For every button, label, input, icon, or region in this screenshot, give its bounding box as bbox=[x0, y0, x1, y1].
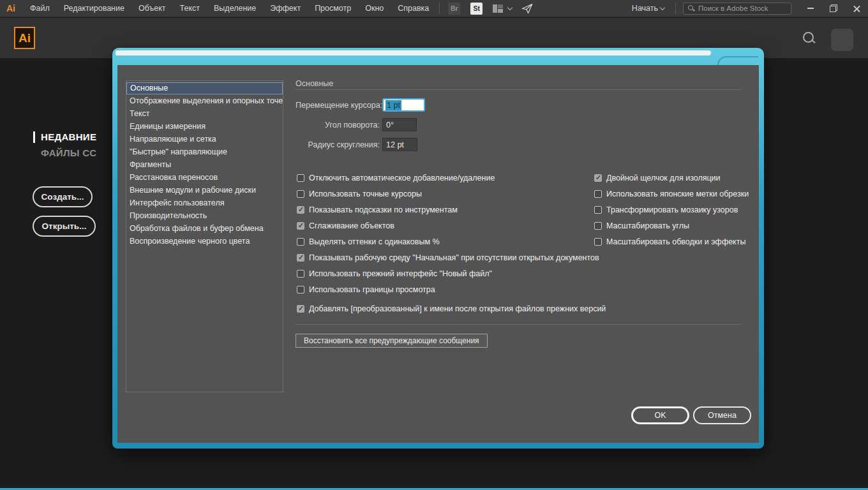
start-dropdown[interactable]: Начать bbox=[627, 4, 672, 13]
category-type[interactable]: Текст bbox=[126, 107, 283, 120]
constrain-angle-label: Угол поворота: bbox=[296, 121, 380, 130]
category-slices[interactable]: Фрагменты bbox=[126, 158, 283, 171]
checkbox-label: Масштабировать углы bbox=[606, 221, 689, 230]
app-logo-text: Ai bbox=[0, 3, 23, 13]
checkbox-label: Масштабировать обводки и эффекты bbox=[606, 237, 745, 246]
field-value: 12 pt bbox=[386, 140, 404, 149]
start-label: Начать bbox=[632, 4, 658, 13]
category-units[interactable]: Единицы измерения bbox=[126, 120, 283, 133]
checkbox[interactable] bbox=[594, 190, 602, 198]
checkbox[interactable] bbox=[594, 206, 602, 214]
checkbox-label: Показывать рабочую среду "Начальная" при… bbox=[309, 253, 599, 262]
active-nav-indicator bbox=[33, 131, 35, 143]
checkbox-label: Добавлять [преобразованный] к имени посл… bbox=[309, 304, 606, 313]
checkbox-label: Сглаживание объектов bbox=[309, 221, 394, 230]
checkbox-label: Использовать прежний интерфейс "Новый фа… bbox=[309, 269, 492, 278]
checkbox[interactable] bbox=[297, 206, 304, 214]
category-general[interactable]: Основные bbox=[126, 82, 283, 94]
preferences-dialog: Основные Отображение выделения и опорных… bbox=[112, 48, 764, 449]
checkbox-row[interactable]: Масштабировать углы bbox=[594, 218, 749, 234]
checkbox-label: Выделять оттенки с одинаковым % bbox=[309, 237, 440, 246]
selected-text: 1 pt bbox=[385, 100, 401, 110]
restore-button[interactable] bbox=[822, 0, 845, 17]
checkbox[interactable] bbox=[297, 222, 304, 230]
search-placeholder: Поиск в Adobe Stock bbox=[698, 4, 768, 12]
nav-item-recent[interactable]: НЕДАВНИЕ bbox=[41, 131, 96, 142]
category-guides-grid[interactable]: Направляющие и сетка bbox=[126, 133, 283, 145]
category-performance[interactable]: Производительность bbox=[126, 209, 283, 222]
checkbox[interactable] bbox=[297, 286, 304, 293]
open-button[interactable]: Открыть... bbox=[33, 216, 96, 237]
menu-view[interactable]: Просмотр bbox=[308, 4, 358, 13]
category-user-interface[interactable]: Интерфейс пользователя bbox=[126, 197, 283, 209]
menu-file[interactable]: Файл bbox=[23, 4, 57, 13]
checkbox-row[interactable]: Показывать подсказки по инструментам bbox=[297, 202, 606, 218]
checkbox-label: Трансформировать мозаику узоров bbox=[606, 205, 738, 214]
menu-select[interactable]: Выделение bbox=[207, 4, 263, 13]
stock-icon[interactable]: St bbox=[470, 3, 483, 15]
menu-edit[interactable]: Редактирование bbox=[57, 4, 131, 13]
checkbox[interactable] bbox=[297, 270, 304, 278]
divider bbox=[296, 89, 741, 90]
adobe-stock-search-input[interactable]: Поиск в Adobe Stock bbox=[683, 3, 791, 15]
search-icon bbox=[687, 4, 695, 12]
checkbox-label: Использовать точные курсоры bbox=[309, 189, 422, 198]
divider bbox=[439, 3, 440, 14]
reset-warnings-button[interactable]: Восстановить все предупреждающие сообщен… bbox=[296, 334, 488, 348]
create-button[interactable]: Создать... bbox=[33, 186, 93, 207]
menu-help[interactable]: Справка bbox=[391, 4, 436, 13]
window-controls bbox=[799, 0, 868, 17]
cancel-button[interactable]: Отмена bbox=[693, 406, 751, 424]
checkbox[interactable] bbox=[297, 305, 304, 313]
checkbox[interactable] bbox=[297, 174, 304, 182]
checkbox-row[interactable]: Добавлять [преобразованный] к имени посл… bbox=[297, 301, 606, 316]
menu-type[interactable]: Текст bbox=[173, 4, 207, 13]
checkbox-row[interactable]: Использовать точные курсоры bbox=[297, 186, 606, 202]
checkbox[interactable] bbox=[297, 254, 304, 262]
search-icon[interactable] bbox=[802, 31, 817, 46]
category-selection-anchor[interactable]: Отображение выделения и опорных точек bbox=[126, 94, 283, 107]
checkbox[interactable] bbox=[594, 238, 602, 246]
checkbox[interactable] bbox=[297, 238, 304, 246]
checkbox-row[interactable]: Трансформировать мозаику узоров bbox=[594, 202, 749, 218]
keyboard-increment-input[interactable]: 1 pt bbox=[382, 98, 425, 112]
keyboard-increment-label: Перемещение курсора: bbox=[296, 101, 380, 110]
checkbox-row[interactable]: Использовать границы просмотра bbox=[297, 281, 606, 297]
ok-button[interactable]: OK bbox=[631, 406, 689, 424]
checkbox-row[interactable]: Сглаживание объектов bbox=[297, 218, 606, 234]
avatar[interactable] bbox=[831, 29, 853, 51]
checkbox[interactable] bbox=[594, 222, 602, 230]
category-smart-guides[interactable]: "Быстрые" направляющие bbox=[126, 145, 283, 158]
minimize-button[interactable] bbox=[799, 0, 822, 17]
category-hyphenation[interactable]: Расстановка переносов bbox=[126, 171, 283, 184]
category-plugins-scratch[interactable]: Внешние модули и рабочие диски bbox=[126, 184, 283, 197]
constrain-angle-input[interactable]: 0° bbox=[382, 118, 417, 131]
checkbox-label: Использовать границы просмотра bbox=[309, 285, 435, 294]
menu-object[interactable]: Объект bbox=[131, 4, 173, 13]
workspace-switcher-icon[interactable] bbox=[493, 4, 504, 13]
field-row: Радиус скругления: 12 pt bbox=[296, 138, 425, 151]
nav-item-cc-files[interactable]: ФАЙЛЫ CC bbox=[41, 147, 97, 158]
close-button[interactable] bbox=[845, 0, 868, 17]
menu-effect[interactable]: Эффект bbox=[263, 4, 308, 13]
dialog-content: Основные Отображение выделения и опорных… bbox=[117, 65, 759, 443]
checkbox-row[interactable]: Использовать прежний интерфейс "Новый фа… bbox=[297, 265, 606, 281]
checkbox-row[interactable]: Отключить автоматическое добавление/удал… bbox=[297, 170, 606, 186]
checkbox-row[interactable]: Показывать рабочую среду "Начальная" при… bbox=[297, 249, 606, 265]
checkbox-label: Отключить автоматическое добавление/удал… bbox=[309, 174, 495, 182]
category-file-clipboard[interactable]: Обработка файлов и буфер обмена bbox=[126, 222, 283, 235]
checkbox-row[interactable]: Масштабировать обводки и эффекты bbox=[594, 234, 749, 249]
chevron-down-icon[interactable] bbox=[507, 4, 513, 10]
checkbox[interactable] bbox=[594, 174, 602, 182]
checkbox-row[interactable]: Выделять оттенки с одинаковым % bbox=[297, 234, 606, 249]
dialog-titlebar-strip[interactable] bbox=[116, 50, 711, 56]
category-black-appearance[interactable]: Воспроизведение черного цвета bbox=[126, 235, 283, 248]
general-fields: Перемещение курсора: 1 pt Угол поворота:… bbox=[296, 98, 425, 158]
checkbox[interactable] bbox=[297, 190, 304, 198]
checkbox-row[interactable]: Использовать японские метки обрезки bbox=[594, 186, 749, 202]
share-icon[interactable] bbox=[521, 3, 534, 14]
checkbox-row[interactable]: Двойной щелчок для изоляции bbox=[594, 170, 749, 186]
corner-radius-input[interactable]: 12 pt bbox=[382, 138, 417, 151]
menu-window[interactable]: Окно bbox=[358, 4, 391, 13]
bridge-icon[interactable]: Br bbox=[448, 3, 460, 15]
